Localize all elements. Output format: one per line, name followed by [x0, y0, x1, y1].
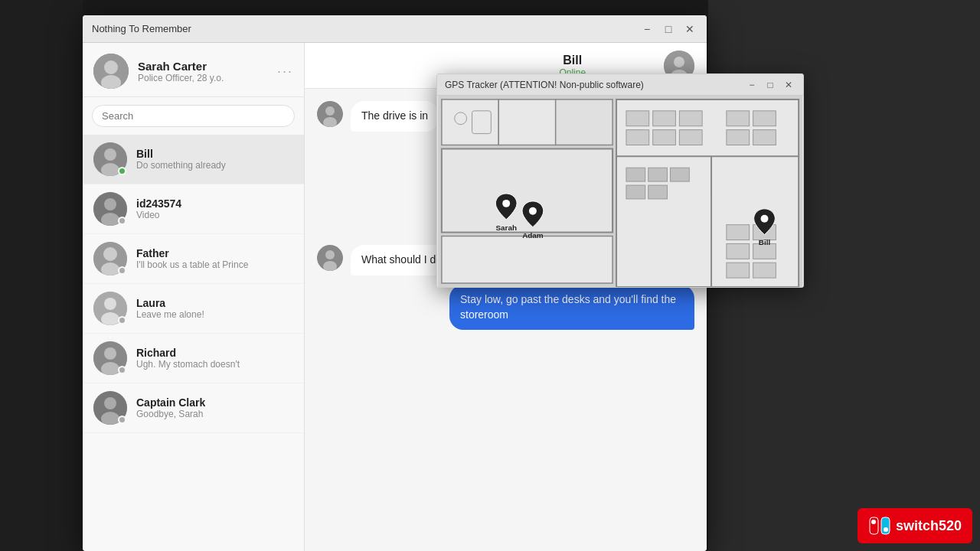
- contact-msg-captain-clark: Goodbye, Sarah: [136, 409, 293, 419]
- svg-point-13: [104, 298, 116, 310]
- message-content-m5: Stay low, go past the desks and you'll f…: [449, 285, 694, 330]
- status-dot-bill: [118, 167, 126, 175]
- contact-msg-father: I'll book us a table at Prince: [136, 259, 293, 270]
- message-row-m5: Stay low, go past the desks and you'll f…: [317, 285, 694, 330]
- search-input[interactable]: [92, 105, 295, 127]
- contact-item-father[interactable]: Father I'll book us a table at Prince: [83, 234, 304, 284]
- contact-info-id243574: id243574 Video: [136, 197, 293, 220]
- gps-maximize-button[interactable]: □: [763, 78, 777, 92]
- status-dot-laura: [118, 316, 126, 324]
- contact-avatar-wrap-id243574: [93, 192, 127, 226]
- profile-info: Sarah Carter Police Officer, 28 y.o.: [138, 60, 268, 83]
- svg-point-1: [104, 60, 118, 74]
- svg-point-4: [104, 148, 116, 161]
- gps-label-bill: Bill: [759, 238, 771, 246]
- window-controls: − □ ✕: [639, 21, 697, 37]
- gps-titlebar: GPS Tracker (ATTENTION! Non-public softw…: [437, 74, 803, 96]
- search-box: [83, 97, 304, 135]
- svg-point-28: [325, 250, 335, 259]
- svg-rect-59: [648, 168, 668, 181]
- contact-msg-laura: Leave me alone!: [136, 309, 293, 320]
- more-options-button[interactable]: ···: [277, 64, 293, 80]
- svg-point-10: [103, 247, 117, 261]
- contact-item-richard[interactable]: Richard Ugh. My stomach doesn't: [83, 334, 304, 383]
- app-title: Nothing To Remember: [92, 23, 639, 34]
- contact-name-bill: Bill: [136, 148, 293, 160]
- svg-point-16: [104, 347, 116, 360]
- minimize-button[interactable]: −: [639, 21, 655, 37]
- profile-header: Sarah Carter Police Officer, 28 y.o. ···: [83, 43, 304, 97]
- svg-rect-47: [753, 111, 776, 126]
- contact-name-laura: Laura: [136, 297, 293, 309]
- svg-point-7: [104, 198, 116, 210]
- contact-name-richard: Richard: [136, 347, 293, 359]
- svg-point-22: [674, 57, 684, 67]
- gps-close-button[interactable]: ✕: [782, 78, 795, 92]
- gps-label-sarah: Sarah: [495, 223, 517, 232]
- svg-rect-40: [626, 111, 649, 126]
- svg-rect-33: [556, 99, 612, 145]
- desktop-left-bg: [0, 0, 83, 551]
- contact-item-id243574[interactable]: id243574 Video: [83, 184, 304, 234]
- svg-rect-62: [648, 185, 668, 199]
- switch-logo-text: switch520: [896, 518, 962, 534]
- message-avatar-m4: [317, 245, 343, 271]
- svg-rect-44: [653, 130, 676, 145]
- floor-plan: Sarah Adam Bill: [437, 96, 803, 287]
- gps-controls: − □ ✕: [745, 78, 795, 92]
- svg-rect-31: [442, 99, 498, 145]
- profile-role: Police Officer, 28 y.o.: [138, 73, 268, 83]
- message-content-m1: The drive is in: [351, 101, 439, 132]
- svg-rect-58: [626, 168, 645, 181]
- svg-rect-43: [626, 130, 649, 145]
- message-avatar-m1: [317, 101, 343, 127]
- floor-plan-svg: Sarah Adam Bill: [437, 96, 803, 287]
- svg-rect-61: [626, 185, 645, 199]
- svg-rect-49: [753, 130, 776, 145]
- contact-name-father: Father: [136, 247, 293, 259]
- contact-item-captain-clark[interactable]: Captain Clark Goodbye, Sarah: [83, 383, 304, 433]
- gps-tracker-window: GPS Tracker (ATTENTION! Non-public softw…: [436, 73, 804, 288]
- svg-rect-48: [727, 130, 750, 145]
- profile-name: Sarah Carter: [138, 60, 268, 73]
- svg-rect-32: [498, 99, 555, 145]
- contact-avatar-wrap-captain-clark: [93, 391, 127, 425]
- title-bar: Nothing To Remember − □ ✕: [83, 15, 707, 43]
- svg-point-64: [529, 207, 537, 215]
- contact-name-captain-clark: Captain Clark: [136, 396, 293, 409]
- svg-rect-38: [442, 236, 612, 284]
- sidebar: Sarah Carter Police Officer, 28 y.o. ···: [83, 43, 305, 551]
- status-dot-father: [118, 266, 126, 275]
- message-bubble-m5: Stay low, go past the desks and you'll f…: [449, 285, 694, 330]
- maximize-button[interactable]: □: [661, 21, 676, 37]
- svg-point-63: [502, 200, 510, 207]
- svg-point-69: [884, 527, 888, 532]
- message-bubble-m1: The drive is in: [351, 101, 439, 132]
- gps-minimize-button[interactable]: −: [745, 78, 759, 92]
- contact-avatar-wrap-father: [93, 242, 127, 276]
- contact-info-laura: Laura Leave me alone!: [136, 297, 293, 320]
- contact-name-id243574: id243574: [136, 197, 293, 210]
- svg-point-65: [761, 215, 769, 223]
- contact-item-laura[interactable]: Laura Leave me alone!: [83, 284, 304, 334]
- contact-avatar-wrap-bill: [93, 142, 127, 176]
- svg-rect-42: [679, 111, 702, 126]
- status-dot-richard: [118, 366, 126, 374]
- chat-contact-name: Bill: [491, 54, 655, 67]
- contact-avatar-wrap-laura: [93, 292, 127, 325]
- contact-msg-richard: Ugh. My stomach doesn't: [136, 359, 293, 370]
- switch-icon: [868, 514, 891, 537]
- contact-info-bill: Bill Do something already: [136, 148, 293, 171]
- close-button[interactable]: ✕: [682, 21, 697, 37]
- contact-msg-bill: Do something already: [136, 160, 293, 171]
- contact-item-bill[interactable]: Bill Do something already: [83, 135, 304, 184]
- gps-title: GPS Tracker (ATTENTION! Non-public softw…: [445, 80, 739, 90]
- contact-info-father: Father I'll book us a table at Prince: [136, 247, 293, 270]
- contact-avatar-wrap-richard: [93, 341, 127, 375]
- svg-rect-60: [670, 168, 689, 181]
- svg-point-25: [325, 106, 335, 116]
- svg-rect-45: [679, 130, 702, 145]
- status-dot-captain-clark: [118, 416, 126, 424]
- contact-list: Bill Do something already: [83, 135, 304, 551]
- profile-avatar: [93, 54, 129, 89]
